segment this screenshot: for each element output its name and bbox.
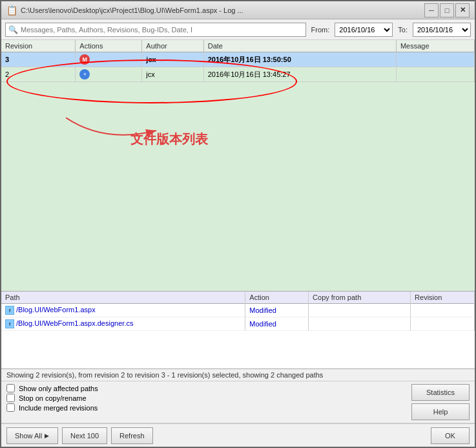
detail-cell-copyfrom — [309, 304, 411, 317]
show-only-affected-label: Show only affected paths — [19, 385, 98, 392]
log-cell-date: 2016年10月16日 13:50:50 — [203, 52, 396, 67]
log-cell-author: jcx — [142, 67, 203, 82]
help-button[interactable]: Help — [411, 403, 470, 420]
stop-on-copy-label: Stop on copy/rename — [19, 394, 87, 402]
statistics-button[interactable]: Statistics — [411, 384, 470, 401]
log-cell-action: M — [76, 52, 142, 67]
include-merged-label: Include merged revisions — [19, 404, 98, 412]
show-all-button[interactable]: Show All ▶ — [6, 427, 58, 444]
status-bar: Showing 2 revision(s), from revision 2 t… — [1, 369, 475, 381]
modify-icon: M — [79, 54, 90, 65]
detail-cell-path: f/Blog.UI/WebForm1.aspx.designer.cs — [1, 317, 245, 331]
file-link[interactable]: /Blog.UI/WebForm1.aspx.designer.cs — [16, 319, 133, 327]
file-icon: f — [5, 319, 14, 328]
detail-cell-path: f/Blog.UI/WebForm1.aspx — [1, 304, 245, 317]
detail-cell-revision — [411, 304, 475, 317]
annotation-text: 文件版本列表 — [130, 131, 208, 148]
show-only-affected-checkbox[interactable] — [6, 384, 15, 392]
refresh-button[interactable]: Refresh — [111, 427, 153, 444]
log-cell-message — [396, 52, 474, 67]
from-date-select[interactable]: 2016/10/16 — [335, 23, 393, 37]
annotation-arrow — [66, 105, 169, 156]
show-all-label: Show All — [15, 432, 42, 440]
add-icon: + — [79, 69, 90, 80]
next-100-button[interactable]: Next 100 — [62, 427, 107, 444]
stop-on-copy-checkbox[interactable] — [6, 394, 15, 402]
col-message: Message — [396, 40, 474, 52]
bottom-bar: Show All ▶ Next 100 Refresh OK — [1, 423, 475, 447]
log-cell-revision: 2 — [1, 67, 76, 82]
detail-cell-action: Modified — [245, 304, 309, 317]
window-title: C:\Users\lenovo\Desktop\jcx\Project1\Blo… — [21, 6, 243, 14]
title-bar: 📋 C:\Users\lenovo\Desktop\jcx\Project1\B… — [1, 1, 475, 19]
log-panel: Revision Actions Author Date Message 3Mj… — [1, 40, 475, 292]
log-cell-message — [396, 67, 474, 82]
ok-button[interactable]: OK — [431, 427, 470, 444]
detail-col-revision: Revision — [411, 292, 475, 304]
log-cell-action: + — [76, 67, 142, 82]
from-label: From: — [311, 26, 330, 34]
detail-table-row[interactable]: f/Blog.UI/WebForm1.aspx.designer.csModif… — [1, 317, 475, 331]
minimize-button[interactable]: ─ — [424, 3, 439, 17]
file-link[interactable]: /Blog.UI/WebForm1.aspx — [16, 306, 96, 314]
col-author: Author — [142, 40, 203, 52]
options-left: Show only affected paths Stop on copy/re… — [1, 381, 406, 423]
detail-col-action: Action — [245, 292, 309, 304]
to-label: To: — [398, 26, 408, 34]
main-window: 📋 C:\Users\lenovo\Desktop\jcx\Project1\B… — [0, 0, 476, 448]
detail-col-copyfrom: Copy from path — [309, 292, 411, 304]
status-text: Showing 2 revision(s), from revision 2 t… — [6, 371, 323, 379]
close-button[interactable]: ✕ — [455, 3, 470, 17]
search-input[interactable] — [21, 26, 303, 34]
toolbar: 🔍 From: 2016/10/16 To: 2016/10/16 — [1, 19, 475, 40]
col-date: Date — [203, 40, 396, 52]
detail-cell-copyfrom — [309, 317, 411, 331]
log-cell-revision: 3 — [1, 52, 76, 67]
detail-panel: Path Action Copy from path Revision f/Bl… — [1, 292, 475, 369]
log-cell-date: 2016年10月16日 13:45:27 — [203, 67, 396, 82]
log-cell-author: jcx — [142, 52, 203, 67]
to-date-select[interactable]: 2016/10/16 — [413, 23, 471, 37]
log-table-row[interactable]: 2+jcx2016年10月16日 13:45:27 — [1, 67, 475, 82]
options-stats-row: Show only affected paths Stop on copy/re… — [1, 381, 475, 423]
search-icon: 🔍 — [8, 25, 18, 34]
title-buttons: ─ □ ✕ — [424, 3, 470, 17]
detail-table-row[interactable]: f/Blog.UI/WebForm1.aspxModified — [1, 304, 475, 317]
include-merged-checkbox[interactable] — [6, 403, 15, 412]
detail-table-header: Path Action Copy from path Revision — [1, 292, 475, 304]
options-right: Statistics Help — [406, 381, 475, 423]
detail-col-path: Path — [1, 292, 245, 304]
detail-cell-revision — [411, 317, 475, 331]
search-box: 🔍 — [5, 23, 306, 37]
app-icon: 📋 — [6, 5, 17, 16]
show-all-arrow-icon: ▶ — [45, 432, 49, 439]
title-bar-left: 📋 C:\Users\lenovo\Desktop\jcx\Project1\B… — [6, 5, 243, 16]
file-icon: f — [5, 306, 14, 315]
detail-cell-action: Modified — [245, 317, 309, 331]
stop-on-copy-row: Stop on copy/rename — [6, 394, 401, 402]
show-only-affected-row: Show only affected paths — [6, 384, 401, 392]
log-table: Revision Actions Author Date Message 3Mj… — [1, 40, 475, 82]
log-table-row[interactable]: 3Mjcx2016年10月16日 13:50:50 — [1, 52, 475, 67]
maximize-button[interactable]: □ — [440, 3, 454, 17]
detail-table: Path Action Copy from path Revision f/Bl… — [1, 292, 475, 331]
col-actions: Actions — [76, 40, 142, 52]
log-table-header: Revision Actions Author Date Message — [1, 40, 475, 52]
col-revision: Revision — [1, 40, 76, 52]
include-merged-row: Include merged revisions — [6, 403, 401, 412]
